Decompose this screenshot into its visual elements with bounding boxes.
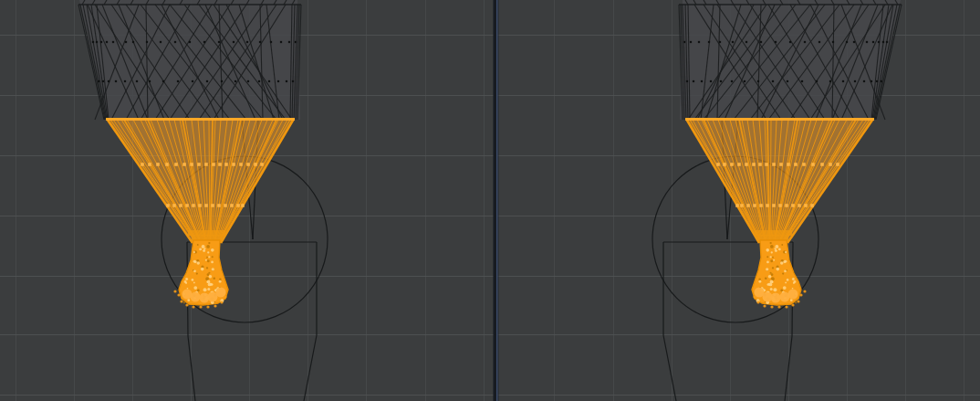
viewport-canvas	[0, 0, 980, 401]
viewport-divider[interactable]	[494, 0, 499, 401]
3d-viewport-split-area	[0, 0, 980, 401]
